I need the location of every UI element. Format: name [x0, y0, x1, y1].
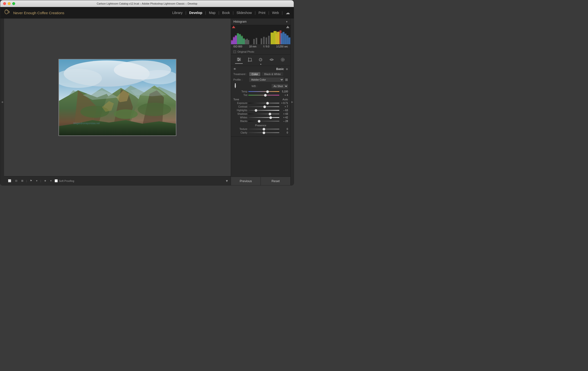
aperture-label: f / 9.0 — [263, 45, 269, 48]
photo-frame: blogandromayoristas.net — [58, 59, 176, 136]
radial-filter-icon[interactable] — [279, 57, 286, 64]
star-dropdown[interactable]: ▾ — [49, 179, 53, 183]
svg-point-60 — [238, 60, 239, 61]
contrast-slider[interactable] — [248, 106, 279, 107]
highlights-slider[interactable] — [248, 110, 279, 111]
treatment-bw-button[interactable]: Black & White — [262, 72, 283, 76]
healing-brush-icon[interactable] — [257, 57, 264, 64]
cloud-icon[interactable]: ☁ — [286, 10, 290, 15]
wb-eyedropper-icon[interactable] — [233, 83, 237, 89]
right-panel-toggle[interactable]: ▶ — [290, 19, 294, 185]
clarity-thumb[interactable] — [262, 131, 265, 134]
view-survey-button[interactable]: ⊠ — [20, 179, 24, 183]
whites-slider-row: Whites + 42 — [233, 116, 288, 119]
histogram-meta: ISO 800 18 mm f / 9.0 1/1250 sec — [231, 44, 290, 49]
close-button[interactable] — [3, 2, 6, 5]
tint-thumb[interactable] — [264, 94, 267, 96]
whites-thumb[interactable] — [269, 116, 272, 119]
histogram-header: Histogram ▼ — [231, 19, 290, 25]
nav-slideshow[interactable]: Slideshow — [235, 10, 254, 16]
wb-preset-select[interactable]: As Shot Auto Daylight Cloudy Custom — [272, 84, 288, 88]
nav-web[interactable]: Web — [270, 10, 281, 16]
previous-button[interactable]: Previous — [231, 177, 261, 185]
right-edge-arrow-icon: ▶ — [291, 101, 293, 103]
panel-settings-icon[interactable]: ⚙ — [286, 68, 288, 71]
view-compare-button[interactable]: ⊟ — [14, 179, 18, 183]
nav-print[interactable]: Print — [256, 10, 267, 16]
original-photo-label: Original Photo — [237, 50, 254, 53]
crop-tool-icon[interactable] — [246, 57, 253, 64]
clarity-slider[interactable] — [248, 132, 279, 133]
blacks-slider[interactable] — [248, 121, 279, 121]
photo-area: blogandromayoristas.net ⬜ ⊟ ⊠ | ⚑ ▾ | ★ … — [4, 19, 231, 185]
nav-develop[interactable]: Develop — [187, 10, 204, 16]
svg-rect-38 — [271, 32, 273, 44]
tint-slider[interactable] — [248, 95, 279, 95]
exposure-slider[interactable] — [248, 103, 279, 104]
flag-dropdown[interactable]: ▾ — [35, 179, 39, 183]
view-single-button[interactable]: ⬜ — [7, 179, 12, 183]
svg-rect-61 — [249, 58, 252, 61]
left-panel-arrow-icon: ◀ — [1, 101, 4, 103]
highlights-thumb[interactable] — [255, 109, 257, 112]
svg-rect-47 — [246, 39, 248, 44]
toolbar-expand-button[interactable]: ▾ — [226, 179, 228, 183]
profile-label: Profile : — [233, 78, 248, 81]
clarity-slider-row: Clarity 0 — [233, 131, 288, 134]
left-panel-toggle[interactable]: ◀ — [0, 19, 4, 185]
shadows-thumb[interactable] — [269, 113, 271, 115]
texture-label: Texture — [233, 128, 247, 130]
svg-rect-42 — [283, 32, 284, 44]
tint-value: + 4 — [280, 94, 288, 96]
nav-book[interactable]: Book — [220, 10, 232, 16]
reset-button[interactable]: Reset — [261, 177, 290, 185]
minimize-button[interactable] — [8, 2, 10, 5]
blacks-thumb[interactable] — [258, 120, 261, 122]
tint-label: Tint — [233, 94, 247, 96]
topnav: Never Enough Coffee Creations Library | … — [0, 7, 294, 19]
whites-slider[interactable] — [248, 117, 279, 118]
exposure-thumb[interactable] — [266, 102, 269, 105]
photo-image — [59, 59, 176, 136]
star-button[interactable]: ★ — [43, 179, 47, 183]
presence-label: Presence — [233, 124, 288, 127]
basic-panel-header: 👁 Basic ⚙ — [233, 67, 288, 71]
svg-rect-39 — [273, 31, 276, 44]
whites-label: Whites — [233, 116, 247, 119]
temp-slider[interactable] — [248, 91, 279, 92]
svg-rect-43 — [284, 34, 286, 44]
profile-browse-icon[interactable]: ⊞ — [285, 78, 288, 82]
whites-value: + 42 — [280, 116, 288, 119]
panel-visibility-icon[interactable]: 👁 — [233, 67, 236, 71]
temp-slider-row: Temp 5,100 — [233, 90, 288, 93]
svg-point-67 — [281, 58, 284, 61]
shadows-slider[interactable] — [248, 114, 279, 114]
shadow-clipping-icon[interactable] — [232, 26, 235, 28]
highlight-clipping-icon[interactable] — [286, 26, 289, 28]
svg-rect-41 — [281, 33, 283, 44]
soft-proofing-toggle[interactable]: Soft Proofing — [55, 179, 74, 182]
tone-auto-button[interactable]: Auto — [283, 98, 288, 101]
maximize-button[interactable] — [12, 2, 15, 5]
histogram-canvas — [231, 25, 290, 44]
texture-slider[interactable] — [248, 129, 279, 129]
svg-rect-31 — [237, 33, 239, 44]
histogram-collapse-icon[interactable]: ▼ — [286, 21, 288, 23]
content: ◀ — [0, 19, 294, 185]
develop-settings-icon[interactable] — [235, 56, 243, 64]
temp-value: 5,100 — [280, 90, 288, 93]
temp-thumb[interactable] — [266, 90, 269, 93]
treatment-color-button[interactable]: Color — [249, 72, 260, 76]
flag-button[interactable]: ⚑ — [29, 179, 33, 183]
profile-select[interactable]: Adobe Color — [249, 77, 284, 82]
histogram-title: Histogram — [233, 20, 247, 23]
nav-map[interactable]: Map — [207, 10, 217, 16]
active-tool-indicator — [260, 64, 261, 65]
contrast-thumb[interactable] — [263, 105, 266, 108]
masking-icon[interactable] — [268, 57, 275, 63]
original-photo-checkbox[interactable] — [233, 51, 236, 53]
soft-proofing-checkbox[interactable] — [55, 179, 58, 182]
nav-library[interactable]: Library — [170, 10, 185, 16]
blacks-label: Blacks — [233, 120, 247, 122]
texture-thumb[interactable] — [262, 128, 265, 130]
